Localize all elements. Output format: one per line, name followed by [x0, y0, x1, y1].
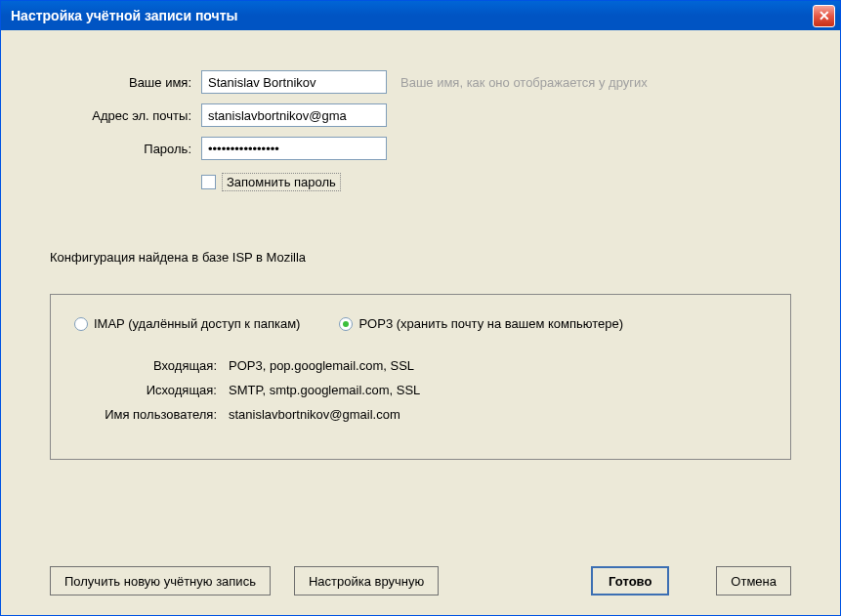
remember-row: Запомнить пароль: [201, 173, 791, 191]
name-row: Ваше имя: Ваше имя, как оно отображается…: [50, 69, 791, 95]
radio-icon: [74, 317, 88, 331]
username-value: stanislavbortnikov@gmail.com: [229, 407, 400, 422]
dialog-window: Настройка учётной записи почты ✕ Ваше им…: [0, 0, 841, 616]
incoming-value: POP3, pop.googlemail.com, SSL: [229, 358, 414, 373]
email-input[interactable]: [201, 103, 387, 127]
email-label: Адрес эл. почты:: [50, 108, 201, 123]
password-row: Пароль:: [50, 136, 791, 161]
outgoing-label: Исходящая:: [74, 383, 229, 397]
pop3-radio-label: POP3 (хранить почту на вашем компьютере): [358, 316, 623, 331]
pop3-radio[interactable]: POP3 (хранить почту на вашем компьютере): [339, 316, 623, 331]
imap-radio-label: IMAP (удалённый доступ к папкам): [94, 316, 300, 331]
password-label: Пароль:: [50, 142, 201, 156]
dialog-content: Ваше имя: Ваше имя, как оно отображается…: [1, 30, 840, 615]
manual-config-button[interactable]: Настройка вручную: [294, 566, 439, 595]
password-input[interactable]: [201, 137, 387, 160]
name-label: Ваше имя:: [50, 75, 201, 90]
remember-label[interactable]: Запомнить пароль: [222, 173, 341, 191]
config-panel: IMAP (удалённый доступ к папкам) POP3 (х…: [50, 294, 791, 460]
username-label: Имя пользователя:: [74, 407, 229, 422]
protocol-radios: IMAP (удалённый доступ к папкам) POP3 (х…: [74, 316, 767, 331]
username-row: Имя пользователя: stanislavbortnikov@gma…: [74, 407, 767, 422]
name-input[interactable]: [201, 70, 387, 94]
window-title: Настройка учётной записи почты: [11, 8, 238, 23]
close-icon: ✕: [819, 9, 830, 22]
name-hint: Ваше имя, как оно отображается у других: [400, 75, 648, 90]
imap-radio[interactable]: IMAP (удалённый доступ к папкам): [74, 316, 300, 331]
button-row: Получить новую учётную запись Настройка …: [50, 539, 791, 595]
cancel-button[interactable]: Отмена: [716, 566, 791, 595]
right-buttons: Готово Отмена: [591, 566, 791, 595]
incoming-label: Входящая:: [74, 358, 229, 373]
done-button[interactable]: Готово: [591, 566, 669, 595]
remember-checkbox[interactable]: [201, 175, 216, 189]
incoming-row: Входящая: POP3, pop.googlemail.com, SSL: [74, 358, 767, 373]
outgoing-row: Исходящая: SMTP, smtp.googlemail.com, SS…: [74, 383, 767, 397]
status-text: Конфигурация найдена в базе ISP в Mozill…: [50, 250, 791, 265]
email-row: Адрес эл. почты:: [50, 103, 791, 128]
form-grid: Ваше имя: Ваше имя, как оно отображается…: [50, 69, 791, 191]
close-button[interactable]: ✕: [813, 5, 835, 27]
outgoing-value: SMTP, smtp.googlemail.com, SSL: [229, 383, 420, 397]
get-new-account-button[interactable]: Получить новую учётную запись: [50, 566, 271, 595]
radio-icon: [339, 317, 353, 331]
titlebar: Настройка учётной записи почты ✕: [1, 1, 840, 30]
